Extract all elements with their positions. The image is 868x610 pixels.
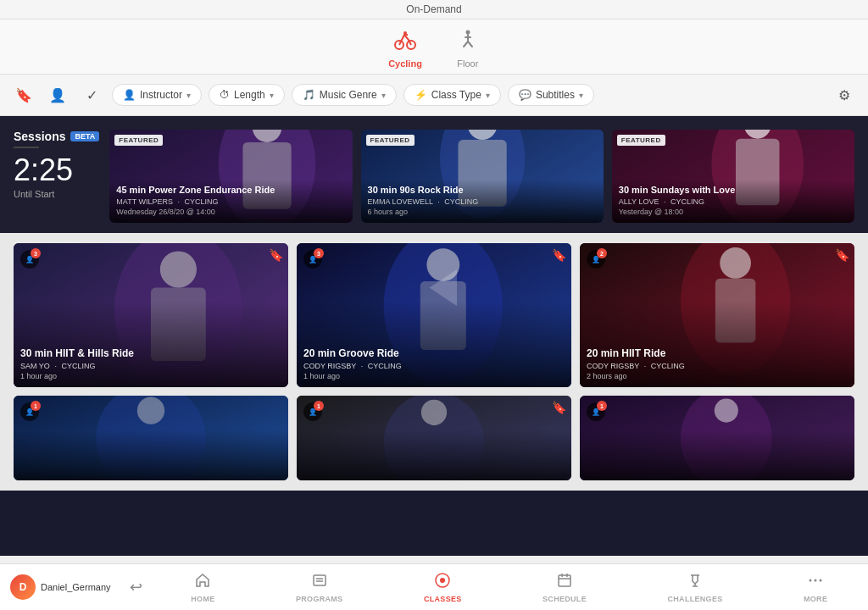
featured-card-2[interactable]: FEATURED 30 min 90s Rock Ride EMMA LOVEW…	[361, 130, 604, 223]
sessions-divider	[14, 147, 39, 148]
svg-rect-37	[314, 575, 326, 585]
featured-card-3[interactable]: FEATURED 30 min Sundays with Love ALLY L…	[612, 130, 854, 223]
category-floor[interactable]: Floor	[456, 28, 480, 69]
top-bar: On-Demand	[0, 0, 868, 19]
card-4-badge: 👤 1	[20, 402, 39, 421]
card-2-badge: 👤 3	[303, 250, 322, 269]
svg-point-41	[440, 578, 445, 583]
home-icon	[194, 572, 211, 593]
nav-home[interactable]: HOME	[177, 567, 228, 608]
page-title: On-Demand	[406, 3, 461, 15]
cycling-icon	[393, 28, 417, 57]
challenges-label: CHALLENGES	[667, 595, 722, 603]
featured-card-3-time: Yesterday @ 18:00	[619, 208, 848, 216]
programs-label: PROGRAMS	[296, 595, 342, 603]
card-1-meta: SAM YO · CYCLING	[20, 362, 281, 370]
sessions-featured-section: Sessions BETA 2:25 Until Start FEATURED …	[0, 116, 868, 233]
svg-point-50	[810, 579, 812, 581]
class-card-5[interactable]: 👤 1 🔖	[297, 396, 571, 480]
nav-classes[interactable]: CLASSES	[410, 567, 476, 608]
card-2-badge-count: 3	[314, 248, 324, 258]
class-type-arrow: ▾	[486, 91, 490, 100]
nav-programs[interactable]: PROGRAMS	[282, 567, 356, 608]
schedule-icon	[556, 572, 573, 593]
featured-card-2-title: 30 min 90s Rock Ride	[368, 185, 597, 196]
back-button[interactable]: ↩	[121, 578, 151, 596]
classes-label: CLASSES	[424, 595, 462, 603]
featured-card-2-time: 6 hours ago	[368, 208, 597, 216]
nav-more[interactable]: MORE	[790, 567, 841, 608]
featured-card-1-info: 45 min Power Zone Endurance Ride MATT WI…	[109, 180, 352, 223]
card-5-badge: 👤 1	[303, 402, 322, 421]
sessions-beta-badge: BETA	[70, 131, 99, 141]
classes-icon	[434, 572, 451, 593]
instructor-dropdown[interactable]: 👤 Instructor ▾	[112, 84, 202, 106]
sessions-until: Until Start	[14, 189, 99, 199]
card-3-bookmark[interactable]: 🔖	[835, 248, 849, 262]
card-5-bookmark[interactable]: 🔖	[552, 401, 566, 414]
featured-card-1-meta: MATT WILPERS · CYCLING	[116, 197, 345, 206]
svg-point-52	[820, 579, 822, 581]
length-dropdown[interactable]: ⏱ Length ▾	[209, 84, 285, 106]
card-6-badge-count: 1	[597, 401, 607, 411]
main-content: Sessions BETA 2:25 Until Start FEATURED …	[0, 116, 868, 556]
card-6-badge: 👤 1	[587, 402, 605, 421]
sessions-label: Sessions BETA	[14, 130, 99, 143]
subtitles-label: Subtitles	[536, 89, 575, 101]
sessions-panel: Sessions BETA 2:25 Until Start	[14, 130, 99, 199]
length-icon: ⏱	[220, 89, 230, 101]
card-3-meta: CODY RIGSBY · CYCLING	[587, 362, 848, 370]
bookmark-filter-btn[interactable]: 🔖	[10, 81, 37, 108]
length-label: Length	[234, 89, 265, 101]
class-grid: 👤 3 🔖 30 min HIIT & Hills Ride SAM YO · …	[0, 233, 868, 491]
home-label: HOME	[191, 595, 214, 603]
programs-icon	[311, 572, 328, 593]
card-2-bookmark[interactable]: 🔖	[552, 248, 566, 262]
category-cycling[interactable]: Cycling	[388, 28, 422, 69]
subtitles-arrow: ▾	[579, 91, 583, 100]
category-row: Cycling Floor	[0, 19, 868, 75]
bottom-nav: D Daniel_Germany ↩ HOME PROGRAMS	[0, 563, 868, 610]
person-filter-btn[interactable]: 👤	[44, 81, 71, 108]
card-3-badge-count: 2	[597, 248, 607, 258]
nav-schedule[interactable]: SCHEDULE	[529, 567, 600, 608]
more-icon	[807, 572, 824, 593]
class-card-3[interactable]: 👤 2 🔖 20 min HIIT Ride CODY RIGSBY · CYC…	[580, 243, 854, 387]
floor-label: Floor	[457, 58, 478, 69]
class-card-6[interactable]: 👤 1	[580, 396, 854, 480]
check-filter-btn[interactable]: ✓	[78, 81, 105, 108]
card-2-info: 20 min Groove Ride CODY RIGSBY · CYCLING…	[297, 341, 571, 387]
card-2-title: 20 min Groove Ride	[303, 347, 565, 359]
card-1-badge-count: 3	[31, 248, 41, 258]
featured-card-1[interactable]: FEATURED 45 min Power Zone Endurance Rid…	[109, 130, 352, 223]
class-type-label: Class Type	[431, 89, 481, 101]
music-dropdown[interactable]: 🎵 Music Genre ▾	[292, 84, 397, 106]
class-card-1[interactable]: 👤 3 🔖 30 min HIIT & Hills Ride SAM YO · …	[14, 243, 288, 387]
featured-card-3-meta: ALLY LOVE · CYCLING	[619, 197, 848, 206]
sessions-time: 2:25	[14, 155, 99, 186]
more-label: MORE	[804, 595, 827, 603]
subtitles-dropdown[interactable]: 💬 Subtitles ▾	[508, 84, 594, 106]
card-2-meta: CODY RIGSBY · CYCLING	[303, 362, 565, 370]
featured-badge-3: FEATURED	[617, 135, 665, 146]
class-card-2[interactable]: 👤 3 🔖 20 min Groove Ride CODY RIGSBY · C…	[297, 243, 571, 387]
card-2-time: 1 hour ago	[303, 372, 565, 380]
instructor-label: Instructor	[140, 89, 182, 101]
class-type-dropdown[interactable]: ⚡ Class Type ▾	[403, 84, 501, 106]
card-1-info: 30 min HIIT & Hills Ride SAM YO · CYCLIN…	[14, 341, 288, 387]
card-1-title: 30 min HIIT & Hills Ride	[20, 347, 281, 359]
instructor-icon: 👤	[123, 89, 136, 101]
class-card-4[interactable]: 👤 1	[14, 396, 288, 480]
subtitles-icon: 💬	[519, 89, 531, 101]
card-3-title: 20 min HIIT Ride	[587, 347, 848, 359]
nav-items: HOME PROGRAMS CLASSES	[151, 567, 868, 608]
nav-user-section[interactable]: D Daniel_Germany	[0, 574, 121, 600]
card-1-bookmark[interactable]: 🔖	[269, 248, 283, 262]
settings-btn[interactable]: ⚙	[831, 81, 858, 108]
nav-challenges[interactable]: CHALLENGES	[654, 567, 736, 608]
challenges-icon	[687, 572, 704, 593]
featured-badge-1: FEATURED	[114, 135, 163, 146]
user-avatar: D	[10, 574, 36, 600]
svg-point-2	[403, 31, 407, 35]
card-4-badge-count: 1	[31, 401, 41, 411]
